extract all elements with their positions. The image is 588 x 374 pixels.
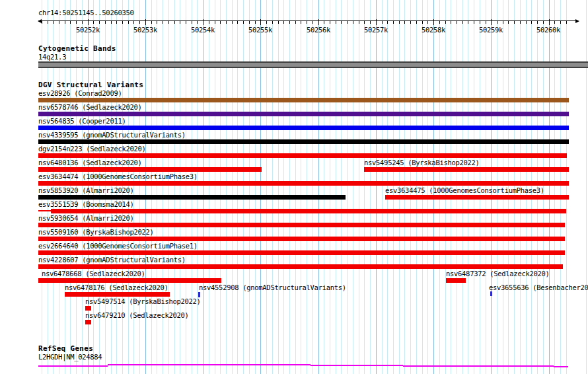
gene-line-segment: [108, 364, 311, 365]
variant-bar[interactable]: [38, 139, 569, 144]
variant-bar[interactable]: [446, 278, 466, 283]
ruler-tick: [192, 21, 192, 24]
ruler-tick: [272, 21, 273, 24]
gridline-minor: [209, 0, 209, 374]
gridline-minor: [243, 0, 244, 374]
gridline-major: [203, 0, 203, 374]
variant-bar[interactable]: [364, 167, 569, 172]
ruler-tick: [474, 21, 474, 24]
gridline-edge: [586, 0, 587, 374]
variant-bar[interactable]: [38, 223, 565, 227]
ruler-tick-label: 50256k: [307, 26, 330, 34]
ruler-tick: [307, 21, 307, 24]
gene-line-segment: [554, 366, 568, 367]
ruler-tick: [53, 21, 54, 24]
ruler-tick: [566, 21, 567, 24]
ruler-tick: [543, 21, 544, 24]
ruler-tick: [486, 21, 486, 24]
gridline-major: [376, 0, 377, 374]
variant-label: esv3551539 (Boomsma2014): [38, 200, 134, 208]
ruler-tick: [145, 19, 146, 25]
gridline-minor: [272, 0, 273, 374]
ruler-tick: [549, 19, 550, 25]
gridline-minor: [566, 0, 567, 374]
ruler-tick: [243, 21, 244, 24]
gridline-minor: [341, 0, 342, 374]
variant-bar[interactable]: [38, 210, 51, 211]
ruler-tick: [537, 21, 538, 24]
ruler-tick: [111, 21, 112, 24]
ruler-tick: [128, 21, 129, 24]
variant-label: nsv564835 (Cooper2011): [38, 117, 126, 125]
ruler-tick: [232, 21, 233, 24]
variant-label: nsv5497514 (ByrskaBishop2022): [85, 297, 201, 305]
gridline-minor: [192, 0, 192, 374]
variant-bar[interactable]: [38, 250, 565, 255]
gridline-major: [260, 0, 261, 374]
ruler-tick: [364, 21, 365, 24]
ruler-tick: [139, 21, 140, 24]
gridline-minor: [255, 0, 256, 374]
gridline-minor: [336, 0, 336, 374]
variant-bar[interactable]: [38, 153, 567, 158]
gridline-minor: [289, 0, 290, 374]
gene-line-segment: [403, 365, 554, 367]
variant-bar[interactable]: [38, 98, 569, 102]
variant-bar[interactable]: [38, 278, 221, 283]
gridline-minor: [278, 0, 279, 374]
variant-bar[interactable]: [38, 237, 565, 241]
ruler-tick-label: 50255k: [248, 26, 272, 34]
ruler-tick: [237, 21, 238, 24]
variant-bar[interactable]: [65, 292, 170, 297]
variant-bar[interactable]: [38, 112, 569, 116]
gridline-minor: [359, 0, 359, 374]
ruler-tick: [404, 21, 405, 24]
ruler-tick: [370, 21, 371, 24]
ruler-tick: [174, 21, 175, 24]
region-label: chr14:50251145..50260350: [38, 9, 134, 17]
ruler-tick: [445, 21, 446, 24]
variant-label: nsv4552908 (gnomADStructuralVariants): [199, 283, 346, 291]
ruler-tick: [393, 21, 394, 24]
ruler-tick: [439, 21, 440, 24]
ruler-tick-label: 50252k: [76, 26, 100, 34]
variant-bar[interactable]: [38, 195, 346, 200]
ruler-tick-label: 50253k: [133, 26, 157, 34]
ruler-tick: [295, 21, 296, 24]
variant-bar[interactable]: [198, 292, 200, 297]
ruler-tick: [76, 21, 77, 24]
variant-bar[interactable]: [85, 306, 91, 311]
right-arrow-icon: [575, 19, 579, 23]
variant-bar[interactable]: [38, 126, 569, 130]
ruler-tick: [105, 21, 106, 24]
ruler-tick: [508, 21, 509, 24]
ruler-tick: [520, 21, 521, 24]
variant-bar[interactable]: [51, 209, 566, 213]
variant-bar[interactable]: [38, 264, 563, 269]
ruler-tick: [526, 21, 527, 24]
variant-label: nsv4339595 (gnomADStructuralVariants): [38, 131, 186, 139]
ruler-tick: [376, 19, 377, 25]
gridline-minor: [330, 0, 330, 374]
ruler-tick: [226, 21, 227, 24]
gridline-minor: [266, 0, 267, 374]
gridline-minor: [283, 0, 284, 374]
ruler-tick: [266, 21, 267, 24]
variant-bar[interactable]: [38, 167, 262, 172]
variant-label: nsv6479210 (Sedlazeck2020): [85, 311, 189, 319]
ruler-tick: [301, 21, 301, 24]
ruler-tick: [116, 21, 117, 24]
gridline-minor: [560, 0, 561, 374]
variant-bar[interactable]: [490, 291, 492, 296]
gridline-major: [318, 0, 319, 374]
variant-bar[interactable]: [85, 320, 91, 324]
ruler-tick: [151, 21, 152, 24]
gridline-minor: [226, 0, 227, 374]
ruler-tick: [93, 21, 94, 24]
refseq-track-title: RefSeq Genes: [38, 344, 93, 353]
variant-bar[interactable]: [38, 181, 569, 186]
variant-bar[interactable]: [385, 195, 569, 200]
ruler-tick: [220, 21, 221, 24]
ruler-tick: [289, 21, 290, 24]
ruler-tick: [278, 21, 279, 24]
